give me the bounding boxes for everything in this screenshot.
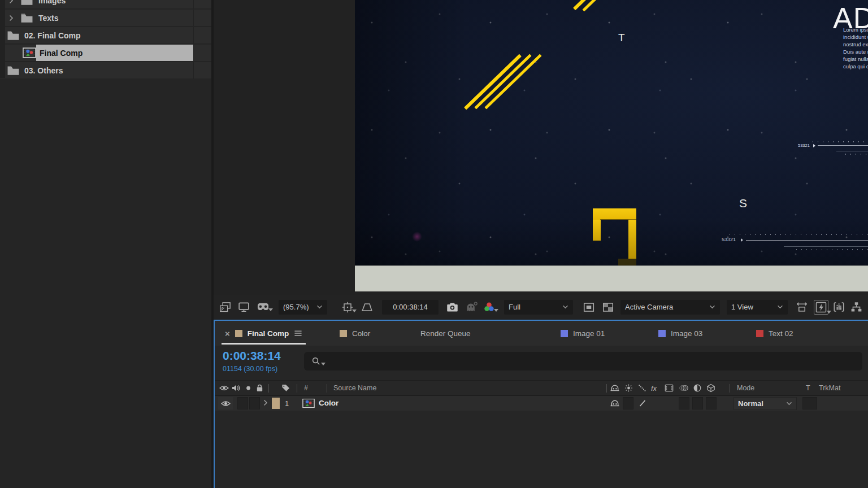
viewer-timecode-field[interactable]: 0:00:38:14 bbox=[382, 300, 439, 315]
viewer-toolbar: (95.7%) 0:00:38:14 Full Active Camera 1 … bbox=[214, 295, 868, 319]
camera-view-dropdown[interactable]: Active Camera bbox=[620, 300, 720, 315]
layer-row[interactable]: 1 Color Normal bbox=[215, 396, 868, 411]
timeline-column-headers: # Source Name Mode T TrkMat bbox=[215, 381, 868, 396]
blend-mode-dropdown[interactable]: Normal bbox=[734, 397, 797, 410]
effects-fx-icon[interactable] bbox=[650, 384, 661, 393]
monitor-icon[interactable] bbox=[238, 302, 250, 312]
frame-info: 01154 (30.00 fps) bbox=[223, 365, 277, 373]
channel-rgb-icon[interactable] bbox=[483, 302, 495, 312]
layer-twirl-icon[interactable] bbox=[263, 399, 268, 406]
yellow-diagonal-stroke bbox=[573, 0, 605, 10]
layer-number-header[interactable]: # bbox=[304, 384, 308, 392]
layer-switch-cell[interactable] bbox=[706, 397, 717, 409]
vr-goggles-icon[interactable] bbox=[257, 302, 270, 312]
shy-icon[interactable] bbox=[610, 384, 619, 392]
motion-blur-icon[interactable] bbox=[679, 384, 688, 393]
comp-callout-top: 53321 bbox=[796, 138, 868, 158]
column-divider bbox=[193, 0, 194, 8]
chevron-down-icon bbox=[786, 402, 792, 406]
layer-eye-toggle[interactable] bbox=[218, 397, 233, 409]
tab-color-square bbox=[756, 330, 763, 337]
chevron-down-icon bbox=[316, 305, 323, 309]
bracket-shadow bbox=[618, 259, 636, 265]
layer-shy-toggle[interactable] bbox=[610, 399, 619, 407]
comp-body-text: Lorem ipsum incididunt ut nostrud exerc … bbox=[843, 26, 868, 70]
timeline-search-input[interactable] bbox=[304, 352, 862, 371]
close-icon[interactable]: × bbox=[225, 329, 230, 338]
layer-number: 1 bbox=[285, 399, 289, 408]
composition-viewer-panel: T S ADV Lorem ipsum incididunt ut nostru… bbox=[214, 0, 868, 320]
comp-callout-mid: 53321 bbox=[722, 230, 868, 254]
layer-solo-cell[interactable] bbox=[249, 397, 260, 409]
frame-blend-icon[interactable] bbox=[665, 384, 674, 393]
layer-quality-toggle[interactable] bbox=[638, 399, 647, 408]
panel-menu-icon[interactable] bbox=[294, 330, 302, 337]
flowchart-icon[interactable] bbox=[850, 302, 862, 312]
quality-icon[interactable] bbox=[638, 384, 646, 393]
layer-comp-icon bbox=[302, 399, 315, 408]
layer-label-chip[interactable] bbox=[272, 398, 280, 409]
snapshot-camera-icon[interactable] bbox=[446, 302, 458, 312]
layer-source-name[interactable]: Color bbox=[319, 399, 338, 407]
lens-artifact bbox=[412, 232, 422, 242]
current-timecode[interactable]: 0:00:38:14 bbox=[223, 349, 281, 363]
tab-text-02[interactable]: Text 02 bbox=[750, 321, 799, 346]
tab-color[interactable]: Color bbox=[334, 321, 376, 346]
tab-label: Text 02 bbox=[769, 329, 793, 338]
region-toggle-icon[interactable] bbox=[583, 302, 594, 313]
yellow-bracket-left-leg bbox=[593, 220, 601, 241]
tab-image-03[interactable]: Image 03 bbox=[653, 321, 708, 346]
after-effects-app: Images Texts 02. Final Comp Final Comp 0… bbox=[0, 0, 868, 488]
tab-color-square bbox=[561, 330, 568, 337]
chevron-down-icon bbox=[709, 305, 715, 309]
timeline-time-row: 0:00:38:14 01154 (30.00 fps) bbox=[215, 346, 868, 381]
pixel-aspect-icon[interactable] bbox=[796, 301, 808, 313]
resolution-dropdown[interactable]: Full bbox=[504, 300, 573, 315]
always-preview-icon[interactable] bbox=[219, 302, 231, 313]
cube-3d-icon[interactable] bbox=[706, 384, 715, 393]
expand-arrow-icon[interactable] bbox=[9, 15, 14, 21]
expand-arrow-icon[interactable] bbox=[9, 0, 14, 4]
fast-previews-icon[interactable] bbox=[814, 300, 828, 315]
tab-color-square bbox=[340, 330, 347, 337]
project-item-final-comp[interactable]: Final Comp bbox=[0, 45, 211, 62]
project-item-images[interactable]: Images bbox=[0, 0, 211, 9]
project-item-label: Final Comp bbox=[40, 49, 83, 58]
mask-visibility-icon[interactable] bbox=[361, 302, 373, 313]
project-item-texts[interactable]: Texts bbox=[0, 10, 211, 27]
source-name-header[interactable]: Source Name bbox=[333, 384, 376, 392]
tab-label: Image 03 bbox=[671, 329, 702, 338]
column-divider bbox=[193, 45, 194, 61]
tab-final-comp[interactable]: × Final Comp bbox=[219, 321, 308, 346]
trkmat-header[interactable]: TrkMat bbox=[819, 384, 840, 392]
yellow-bracket-right-leg bbox=[628, 220, 636, 259]
project-item-label: 02. Final Comp bbox=[24, 31, 81, 40]
lock-icon[interactable] bbox=[255, 384, 264, 393]
collapse-transformations-icon[interactable] bbox=[624, 384, 633, 393]
show-snapshot-icon[interactable] bbox=[465, 302, 478, 312]
layer-switch-cell[interactable] bbox=[692, 397, 703, 409]
audio-speaker-icon[interactable] bbox=[232, 385, 241, 392]
transparency-grid-icon[interactable] bbox=[602, 302, 614, 313]
t-header[interactable]: T bbox=[806, 384, 810, 392]
label-tag-icon[interactable] bbox=[281, 384, 290, 393]
trkmat-cell[interactable] bbox=[802, 397, 817, 409]
region-of-interest-icon[interactable] bbox=[342, 302, 353, 313]
chevron-down-icon bbox=[777, 305, 783, 309]
composition-canvas[interactable]: T S ADV Lorem ipsum incididunt ut nostru… bbox=[355, 0, 868, 265]
layer-collapse-cell[interactable] bbox=[623, 397, 633, 409]
view-layout-dropdown[interactable]: 1 View bbox=[727, 300, 788, 315]
video-eye-icon[interactable] bbox=[219, 385, 229, 391]
mode-header[interactable]: Mode bbox=[737, 384, 754, 392]
layer-audio-cell[interactable] bbox=[237, 397, 248, 409]
solo-icon[interactable] bbox=[244, 384, 253, 393]
project-item-final-comp-folder[interactable]: 02. Final Comp bbox=[0, 27, 211, 44]
magnification-dropdown[interactable]: (95.7%) bbox=[279, 300, 327, 315]
adjustment-layer-icon[interactable] bbox=[693, 384, 702, 393]
project-item-label: Images bbox=[38, 0, 66, 5]
tab-render-queue[interactable]: Render Queue bbox=[415, 321, 476, 346]
layer-switch-cell[interactable] bbox=[679, 397, 689, 409]
project-item-others[interactable]: 03. Others bbox=[0, 62, 211, 79]
timeline-icon[interactable] bbox=[833, 302, 845, 312]
tab-image-01[interactable]: Image 01 bbox=[555, 321, 610, 346]
